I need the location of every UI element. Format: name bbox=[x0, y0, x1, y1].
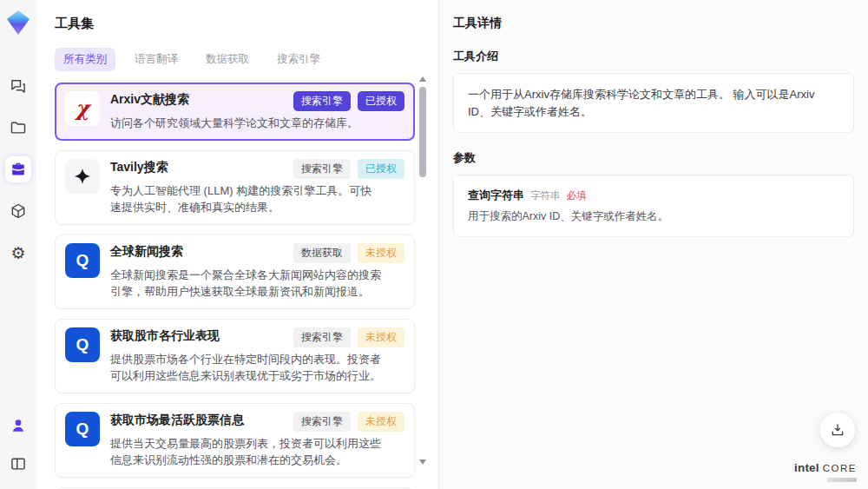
detail-title: 工具详情 bbox=[453, 16, 854, 31]
tool-card[interactable]: Q 全球新闻搜索 数据获取 未授权 全球新闻搜索是一个聚合全球各大新闻网站内容的… bbox=[55, 235, 415, 309]
arxiv-logo-icon: χ bbox=[65, 91, 100, 126]
tool-description: 全球新闻搜索是一个聚合全球各大新闻网站内容的搜索引擎，帮助用户快速获取全球最新资… bbox=[110, 267, 383, 301]
category-tabs: 所有类别语言翻译数据获取搜索引擎 bbox=[55, 48, 438, 71]
sidebar-item-tools[interactable] bbox=[5, 156, 31, 182]
intro-text: 一个用于从Arxiv存储库搜索科学论文和文章的工具。 输入可以是Arxiv ID… bbox=[468, 86, 839, 120]
param-type: 字符串 bbox=[530, 189, 561, 202]
sidebar-item-collapse[interactable] bbox=[5, 451, 31, 477]
tool-description: 专为人工智能代理 (LLM) 构建的搜索引擎工具。可快速提供实时、准确和真实的结… bbox=[110, 182, 383, 216]
folder-icon bbox=[10, 119, 27, 136]
news-search-logo-icon: Q bbox=[65, 243, 100, 278]
sidebar-item-chat[interactable] bbox=[5, 73, 31, 99]
gear-icon: ⚙ bbox=[10, 245, 25, 261]
panel-toggle-icon bbox=[10, 455, 27, 472]
params-heading: 参数 bbox=[453, 150, 854, 166]
tool-card-list: χ Arxiv文献搜索 搜索引擎 已授权 访问各个研究领域大量科学论文和文章的存… bbox=[55, 83, 415, 489]
category-badge: 搜索引擎 bbox=[293, 412, 351, 432]
sidebar-item-files[interactable] bbox=[5, 115, 31, 141]
tool-description: 提供当天交易量最高的股票列表，投资者可以利用这些信息来识别流动性强的股票和潜在的… bbox=[110, 435, 383, 469]
download-button[interactable] bbox=[820, 413, 855, 447]
auth-badge: 未授权 bbox=[358, 327, 404, 347]
news-search-logo-icon: Q bbox=[65, 412, 100, 446]
tool-list-panel: 工具集 所有类别语言翻译数据获取搜索引擎 χ Arxiv文献搜索 搜索引擎 已授… bbox=[36, 0, 438, 489]
briefcase-icon bbox=[10, 161, 27, 178]
tool-name: 获取市场最活跃股票信息 bbox=[110, 412, 244, 428]
tool-card[interactable]: χ Arxiv文献搜索 搜索引擎 已授权 访问各个研究领域大量科学论文和文章的存… bbox=[55, 83, 415, 141]
chat-icon bbox=[10, 77, 27, 95]
param-card: 查询字符串 字符串 必填 用于搜索的Arxiv ID、关键字或作者姓名。 bbox=[453, 175, 854, 237]
tool-description: 访问各个研究领域大量科学论文和文章的存储库。 bbox=[110, 115, 383, 132]
user-icon bbox=[10, 417, 27, 434]
cube-icon bbox=[10, 202, 27, 220]
sidebar-item-models[interactable] bbox=[5, 198, 31, 224]
intro-card: 一个用于从Arxiv存储库搜索科学论文和文章的工具。 输入可以是Arxiv ID… bbox=[453, 73, 854, 133]
category-tab[interactable]: 语言翻译 bbox=[126, 48, 187, 71]
tool-card[interactable]: Q 获取市场最活跃股票信息 搜索引擎 未授权 提供当天交易量最高的股票列表，投资… bbox=[55, 403, 415, 478]
scrollbar-thumb[interactable] bbox=[419, 87, 426, 177]
tool-name: 获取股市各行业表现 bbox=[110, 327, 220, 344]
news-search-logo-icon: Q bbox=[65, 327, 100, 362]
scroll-down-arrow-icon[interactable] bbox=[419, 459, 426, 465]
tavily-star-icon bbox=[73, 167, 92, 186]
category-tab[interactable]: 所有类别 bbox=[55, 48, 115, 71]
intel-logo-strip bbox=[827, 478, 857, 482]
sidebar-item-settings[interactable]: ⚙ bbox=[5, 240, 31, 266]
intro-heading: 工具介绍 bbox=[453, 49, 854, 64]
tool-card[interactable]: Q 获取股市各行业表现 搜索引擎 未授权 提供股票市场各个行业在特定时间段内的表… bbox=[55, 319, 415, 393]
auth-badge: 已授权 bbox=[358, 91, 404, 111]
intel-core-logo: intelCORE bbox=[794, 459, 857, 475]
tool-name: 全球新闻搜索 bbox=[110, 243, 183, 260]
category-badge: 搜索引擎 bbox=[293, 327, 351, 347]
param-required-badge: 必填 bbox=[567, 189, 587, 202]
app-sidebar: ⚙ bbox=[0, 0, 36, 489]
category-badge: 数据获取 bbox=[293, 243, 351, 263]
param-name: 查询字符串 bbox=[468, 188, 524, 203]
param-description: 用于搜索的Arxiv ID、关键字或作者姓名。 bbox=[468, 209, 839, 224]
category-tab[interactable]: 搜索引擎 bbox=[268, 48, 329, 71]
download-icon bbox=[830, 422, 845, 438]
tavily-logo-icon bbox=[65, 159, 100, 194]
scroll-up-arrow-icon[interactable] bbox=[419, 76, 426, 82]
tool-name: Arxiv文献搜索 bbox=[110, 91, 189, 108]
category-badge: 搜索引擎 bbox=[293, 159, 351, 179]
auth-badge: 已授权 bbox=[358, 159, 404, 179]
tool-name: Tavily搜索 bbox=[110, 159, 168, 175]
sidebar-item-account[interactable] bbox=[5, 413, 31, 439]
app-logo-icon bbox=[7, 10, 30, 35]
auth-badge: 未授权 bbox=[358, 243, 404, 263]
category-tab[interactable]: 数据获取 bbox=[197, 48, 258, 71]
auth-badge: 未授权 bbox=[358, 412, 404, 432]
list-scrollbar[interactable] bbox=[418, 76, 427, 465]
tool-card[interactable]: Tavily搜索 搜索引擎 已授权 专为人工智能代理 (LLM) 构建的搜索引擎… bbox=[55, 150, 415, 225]
tool-detail-panel: 工具详情 工具介绍 一个用于从Arxiv存储库搜索科学论文和文章的工具。 输入可… bbox=[438, 0, 868, 489]
category-badge: 搜索引擎 bbox=[293, 91, 351, 111]
page-title: 工具集 bbox=[55, 16, 438, 32]
tool-description: 提供股票市场各个行业在特定时间段内的表现。投资者可以利用这些信息来识别表现优于或… bbox=[110, 351, 383, 385]
